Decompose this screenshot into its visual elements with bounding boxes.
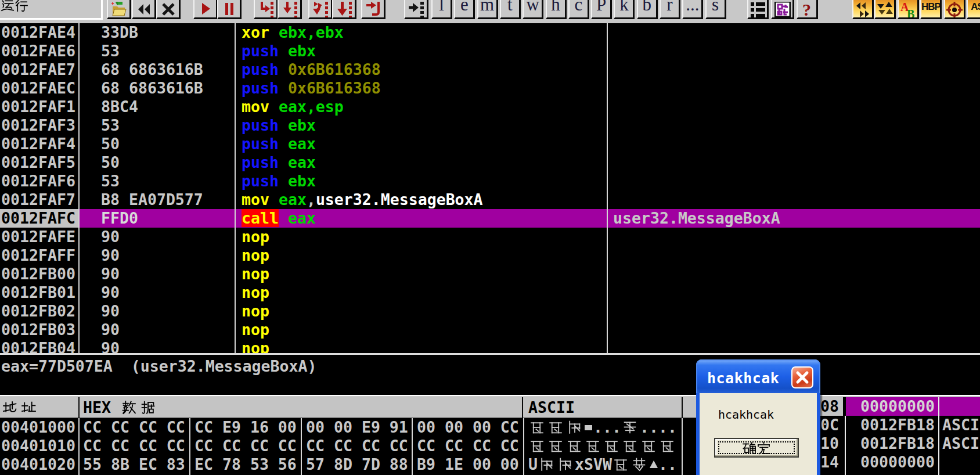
- dialog-message: hcakhcak: [718, 408, 774, 422]
- window-e-button[interactable]: e: [454, 0, 475, 19]
- cjk-glyph: [548, 420, 563, 435]
- window-s-button[interactable]: s: [705, 0, 726, 19]
- cjk-glyph: [140, 400, 155, 415]
- plugin-target-button[interactable]: [944, 0, 965, 19]
- window-c-button[interactable]: c: [568, 0, 589, 19]
- disasm-row[interactable]: 0012FAF653push ebx: [0, 172, 980, 190]
- window-k-button[interactable]: k: [614, 0, 635, 19]
- plugin-hbp-button[interactable]: HBP: [920, 0, 942, 19]
- disasm-address: 0012FB02: [0, 302, 78, 321]
- disasm-address: 0012FAF4: [0, 135, 78, 153]
- disasm-row[interactable]: 0012FAE653push ebx: [0, 42, 980, 60]
- disasm-row[interactable]: 0012FAEC68 6863616Bpush 0x6B616368: [0, 79, 980, 98]
- stack-value: 00000000: [860, 453, 935, 472]
- disassembly-pane[interactable]: 0012FAE433DBxor ebx,ebx0012FAE653push eb…: [0, 23, 980, 353]
- trace-into-button[interactable]: [308, 0, 333, 19]
- hex-dump-pane[interactable]: 地址 HEX 数据 ASCII 00401000CC CC CC CCCC E9…: [0, 397, 720, 475]
- dump-header-hex: HEX 数据: [83, 398, 157, 418]
- pause-button[interactable]: [217, 0, 242, 19]
- cjk-glyph: [529, 420, 545, 435]
- disasm-row[interactable]: 0012FAF353push ebx: [0, 116, 980, 135]
- window-dots-button[interactable]: ...: [682, 0, 703, 19]
- open-file-button[interactable]: [107, 0, 131, 19]
- ok-button[interactable]: 确定: [714, 438, 799, 458]
- disasm-row[interactable]: 0012FAF450push eax: [0, 135, 980, 153]
- window-r-button[interactable]: r: [660, 0, 680, 19]
- disasm-row[interactable]: 0012FAF550push eax: [0, 153, 980, 172]
- go-to-button[interactable]: [404, 0, 428, 19]
- dump-row[interactable]: 00401010CC CC CC CCCC CC CC CCCC CC CC C…: [0, 437, 720, 455]
- window-m-button[interactable]: m: [477, 0, 498, 19]
- column-separator: [301, 418, 302, 475]
- dialog-close-button[interactable]: [791, 366, 813, 388]
- plugin-as-button[interactable]: AS: [967, 0, 980, 19]
- windows-button[interactable]: [771, 0, 794, 19]
- plugin-ab-button[interactable]: AB: [898, 0, 919, 19]
- window-l-button[interactable]: l: [431, 0, 452, 19]
- cell-gap: [843, 397, 846, 416]
- disasm-comment: user32.MessageBoxA: [613, 209, 780, 228]
- disasm-address: 0012FAEC: [0, 79, 78, 98]
- window-h-button[interactable]: h: [546, 0, 567, 19]
- cjk-glyph: [622, 438, 637, 454]
- column-separator[interactable]: [235, 23, 236, 353]
- disasm-row[interactable]: 0012FB0190nop: [0, 283, 980, 302]
- window-t-button[interactable]: t: [500, 0, 521, 19]
- options-button[interactable]: [747, 0, 769, 19]
- trace-over-button[interactable]: [332, 0, 356, 19]
- help-button[interactable]: ?: [797, 0, 818, 19]
- plugin-button-label: HBP: [921, 1, 940, 13]
- close-button[interactable]: [156, 0, 181, 19]
- disasm-bytes: 33DB: [101, 23, 138, 42]
- execute-till-return-button[interactable]: [361, 0, 385, 19]
- stack-comment: ASCII: [942, 434, 980, 453]
- dialog-title: hcakhcak: [707, 370, 779, 387]
- disasm-row[interactable]: 0012FAF7B8 EA07D577mov eax,user32.Messag…: [0, 190, 980, 209]
- window-button-label: c: [570, 0, 588, 15]
- disasm-row[interactable]: 0012FB0090nop: [0, 265, 980, 283]
- disasm-row[interactable]: 0012FB0490nop: [0, 339, 980, 353]
- window-button-label: ...: [683, 0, 701, 15]
- plugin-arrows-ud-button[interactable]: [874, 0, 896, 19]
- header-separator: [682, 397, 683, 418]
- window-button-label: h: [547, 0, 565, 15]
- disasm-row[interactable]: 0012FAFCFFD0call eaxuser32.MessageBoxA: [0, 209, 980, 228]
- ok-button-label: [715, 440, 798, 459]
- dump-row[interactable]: 0040102055 8B EC 83EC 78 53 5657 8D 7D 8…: [0, 455, 720, 474]
- run-button[interactable]: [193, 0, 218, 19]
- cjk-glyph: [557, 457, 572, 472]
- disasm-instruction: push eax: [242, 153, 316, 172]
- cjk-glyph: [641, 438, 656, 454]
- disasm-row[interactable]: 0012FB0390nop: [0, 321, 980, 339]
- restart-button[interactable]: [132, 0, 156, 19]
- plugin-arrows-lr-button[interactable]: [852, 0, 874, 19]
- dump-row[interactable]: 00401000CC CC CC CCCC E9 16 0000 00 E9 9…: [0, 418, 720, 437]
- window-button-label: m: [478, 0, 496, 15]
- disasm-row[interactable]: 0012FB0290nop: [0, 302, 980, 321]
- column-separator: [682, 418, 683, 475]
- disasm-instruction: xor ebx,ebx: [242, 23, 344, 42]
- cjk-glyph: [622, 420, 637, 435]
- dump-hex-group: CC CC CC CC: [417, 437, 519, 455]
- pane-divider[interactable]: [0, 395, 980, 397]
- column-separator[interactable]: [607, 23, 608, 353]
- disasm-row[interactable]: 0012FAFF90nop: [0, 246, 980, 265]
- dialog-titlebar[interactable]: hcakhcak: [696, 359, 820, 393]
- window-w-button[interactable]: w: [523, 0, 543, 19]
- column-separator[interactable]: [78, 23, 80, 353]
- column-separator: [845, 416, 846, 475]
- disasm-row[interactable]: 0012FAE768 6863616Bpush 0x6B616368: [0, 60, 980, 79]
- dialog-body: hcakhcak 确定: [696, 393, 820, 475]
- dump-address: 00401020: [1, 455, 75, 474]
- disasm-row[interactable]: 0012FAFE90nop: [0, 228, 980, 246]
- stack-value: 0012FB18: [860, 416, 935, 434]
- stack-comment: ASCII: [942, 416, 980, 434]
- window-b-button[interactable]: b: [637, 0, 658, 19]
- disasm-row[interactable]: 0012FAF18BC4mov eax,esp: [0, 98, 980, 116]
- step-over-button[interactable]: [278, 0, 302, 19]
- window-button-label: l: [433, 0, 451, 15]
- step-into-button[interactable]: [254, 0, 278, 19]
- dump-address: 00401010: [1, 437, 75, 455]
- disasm-row[interactable]: 0012FAE433DBxor ebx,ebx: [0, 23, 980, 42]
- window-P-button[interactable]: P: [591, 0, 612, 19]
